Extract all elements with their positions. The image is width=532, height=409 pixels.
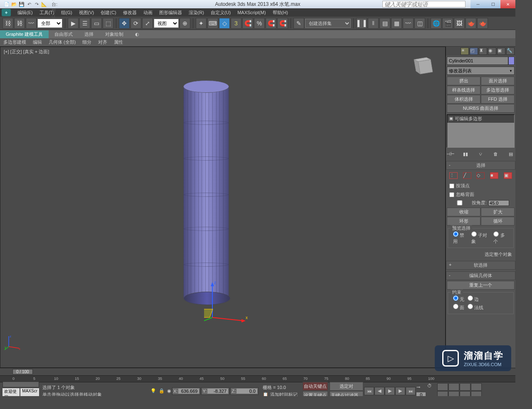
preset-extrude[interactable]: 挤出 bbox=[447, 77, 480, 85]
angle-spinner[interactable] bbox=[488, 200, 509, 206]
cylinder-object[interactable] bbox=[183, 80, 229, 299]
render-setup-icon[interactable]: 🎬 bbox=[442, 18, 453, 29]
angle-snap-icon[interactable]: 3 bbox=[231, 18, 241, 29]
ribbon-tab-freeform[interactable]: 自由形式 bbox=[49, 30, 79, 38]
make-unique-icon[interactable]: ⩒ bbox=[477, 150, 485, 158]
constraint-normal[interactable] bbox=[468, 304, 473, 309]
render-iterative-icon[interactable]: 🫖 bbox=[477, 18, 488, 29]
menu-edit[interactable]: 编辑(E) bbox=[14, 9, 36, 17]
current-frame[interactable]: 0 bbox=[416, 392, 426, 396]
menu-views[interactable]: 视图(V) bbox=[76, 9, 98, 17]
open-icon[interactable]: 📂 bbox=[11, 1, 17, 7]
remove-mod-icon[interactable]: 🗑 bbox=[492, 150, 500, 158]
configure-icon[interactable]: ▤ bbox=[507, 150, 515, 158]
pin-stack-icon[interactable]: ⊣⊢ bbox=[447, 150, 454, 158]
viewport[interactable]: [+] [正交] [真实 + 边面] z bbox=[0, 47, 446, 368]
time-slider-thumb[interactable]: 0 / 100 bbox=[12, 369, 33, 374]
timetag-label[interactable]: 添加时间标记 bbox=[270, 392, 298, 397]
pan-icon[interactable] bbox=[448, 391, 459, 396]
setkey-button[interactable]: 设置关键点 bbox=[303, 391, 328, 396]
mirror-icon[interactable]: ▌▐ bbox=[356, 18, 367, 29]
autokey-button[interactable]: 自动关键点 bbox=[303, 382, 328, 391]
border-level-icon[interactable]: ◇ bbox=[476, 172, 485, 179]
keyboard-shortcut-icon[interactable]: ⌨ bbox=[207, 18, 218, 29]
unlink-icon[interactable]: ⛓̸ bbox=[14, 18, 25, 29]
by-angle-checkbox[interactable] bbox=[449, 200, 470, 206]
menu-animation[interactable]: 动画 bbox=[140, 9, 156, 17]
motion-tab-icon[interactable]: ◉ bbox=[488, 47, 496, 55]
maxscript-listener[interactable]: MAXScr bbox=[20, 388, 39, 397]
zoom-extents-icon[interactable] bbox=[460, 383, 470, 391]
goto-end-icon[interactable]: ⏭ bbox=[406, 387, 416, 395]
rollout-softsel[interactable]: +软选择 bbox=[446, 261, 515, 270]
zoom-all-icon[interactable] bbox=[448, 383, 459, 391]
scale-icon[interactable]: ⤢ bbox=[142, 18, 153, 29]
play-icon[interactable]: ▶ bbox=[385, 387, 395, 395]
minimize-button[interactable]: ─ bbox=[470, 0, 485, 8]
polygon-level-icon[interactable]: ■ bbox=[490, 172, 498, 179]
pivot-center-icon[interactable]: ⊕ bbox=[180, 18, 190, 29]
viewport-label[interactable]: [+] [正交] [真实 + 边面] bbox=[4, 49, 49, 55]
window-crossing-icon[interactable]: ⬚ bbox=[103, 18, 113, 29]
menu-grapheditors[interactable]: 图形编辑器 bbox=[156, 9, 185, 17]
new-icon[interactable]: 📄 bbox=[3, 1, 10, 7]
hierarchy-tab-icon[interactable]: ♜ bbox=[479, 47, 487, 55]
rollout-selection[interactable]: -选择 bbox=[446, 161, 515, 170]
goto-start-icon[interactable]: ⏮ bbox=[364, 387, 374, 395]
radio-disable[interactable] bbox=[453, 231, 458, 237]
workspace-dropdown[interactable]: 工作台: 默认 bbox=[52, 1, 58, 7]
time-ruler[interactable]: 0 5 10 15 20 25 30 35 40 45 50 55 60 65 … bbox=[0, 375, 515, 382]
lock-icon[interactable]: 🔒 bbox=[159, 388, 165, 394]
constraint-none[interactable] bbox=[453, 295, 458, 301]
menu-customize[interactable]: 自定义(U) bbox=[207, 9, 234, 17]
prev-frame-icon[interactable]: ◀ bbox=[374, 387, 384, 395]
subtab-subdiv[interactable]: 细分 bbox=[79, 38, 95, 46]
repeat-last-button[interactable]: 重复上一个 bbox=[447, 281, 515, 290]
snap-5-icon[interactable]: 🧲 bbox=[277, 18, 288, 29]
utilities-tab-icon[interactable]: 🔧 bbox=[506, 47, 515, 55]
time-config-icon[interactable]: ⏱ bbox=[427, 383, 437, 397]
ribbon-tab-graphite[interactable]: Graphite 建模工具 bbox=[0, 30, 49, 38]
modifier-stack[interactable]: ▣ 可编辑多边形 bbox=[447, 114, 515, 148]
keymode-icon[interactable]: ⊸ bbox=[416, 384, 426, 392]
search-input[interactable] bbox=[382, 1, 466, 7]
move-gizmo[interactable]: z x y bbox=[204, 276, 254, 327]
preset-nurbs[interactable]: NURBS 曲面选择 bbox=[447, 104, 515, 113]
ribbon-tab-paint[interactable]: 对象绘制 bbox=[99, 30, 129, 38]
menu-group[interactable]: 组(G) bbox=[58, 9, 76, 17]
by-vertex-checkbox[interactable] bbox=[449, 183, 454, 188]
stack-item-editpoly[interactable]: ▣ 可编辑多边形 bbox=[447, 115, 514, 123]
create-tab-icon[interactable]: ☀ bbox=[461, 47, 469, 55]
x-coord[interactable]: 636.669 bbox=[178, 389, 199, 394]
preset-volume[interactable]: 体积选择 bbox=[447, 95, 480, 104]
project-icon[interactable]: 📐 bbox=[41, 1, 47, 7]
menu-rendering[interactable]: 渲染(R) bbox=[185, 9, 207, 17]
curve-editor-icon[interactable]: 〰 bbox=[403, 18, 414, 29]
object-color-swatch[interactable] bbox=[508, 57, 515, 65]
loop-button[interactable]: 循环 bbox=[481, 217, 515, 226]
zoom-extents-all-icon[interactable] bbox=[471, 383, 482, 391]
bind-spacewarp-icon[interactable]: 〰 bbox=[26, 18, 37, 29]
next-frame-icon[interactable]: ▶ bbox=[395, 387, 405, 395]
select-by-name-icon[interactable]: ☰ bbox=[79, 18, 90, 29]
snap-4-icon[interactable]: 🧲 bbox=[266, 18, 276, 29]
preset-patch[interactable]: 面片选择 bbox=[481, 77, 515, 85]
viewcube[interactable] bbox=[412, 55, 437, 80]
display-tab-icon[interactable]: ▣ bbox=[497, 47, 505, 55]
ring-button[interactable]: 环形 bbox=[447, 217, 480, 226]
vertex-level-icon[interactable]: ⋮ bbox=[449, 172, 458, 179]
maximize-button[interactable]: ☐ bbox=[485, 0, 500, 8]
subtab-edit[interactable]: 编辑 bbox=[30, 38, 45, 46]
ref-coord-dropdown[interactable]: 视图 bbox=[154, 19, 179, 28]
object-name-field[interactable] bbox=[447, 57, 508, 65]
rollout-editgeom[interactable]: -编辑几何体 bbox=[446, 271, 515, 280]
redo-icon[interactable]: ↷ bbox=[33, 1, 40, 7]
preset-spline[interactable]: 样条线选择 bbox=[447, 86, 480, 94]
element-level-icon[interactable]: ▣ bbox=[504, 172, 512, 179]
spinner-snap-icon[interactable]: % bbox=[254, 18, 265, 29]
selected-dropdown[interactable]: 选定对 bbox=[330, 382, 363, 391]
z-coord[interactable]: 0.0 bbox=[236, 389, 257, 394]
edge-level-icon[interactable]: ╱ bbox=[463, 172, 471, 179]
subtab-polymodel[interactable]: 多边形建模 bbox=[0, 38, 30, 46]
zoom-icon[interactable] bbox=[437, 383, 448, 391]
